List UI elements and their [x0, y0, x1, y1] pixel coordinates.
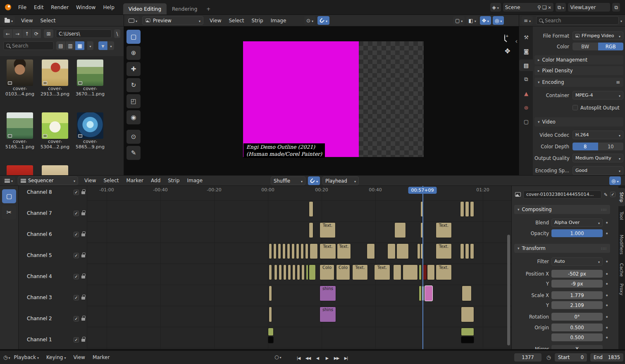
blend-dropdown[interactable]: Alpha Over: [551, 219, 603, 227]
sequencer-strip[interactable]: [283, 264, 286, 280]
strip-name-field[interactable]: cover-01032380144455014...: [523, 190, 601, 199]
scene-tab[interactable]: ▲: [519, 88, 533, 99]
tweak-select-tool[interactable]: ▢: [126, 30, 141, 44]
filter-button[interactable]: [98, 41, 108, 50]
end-frame-field[interactable]: End1835: [590, 353, 623, 362]
origin-x-field[interactable]: 0.500: [551, 324, 603, 331]
menu-help[interactable]: Help: [99, 2, 118, 12]
sequencer-menu-select[interactable]: Select: [100, 176, 123, 186]
position-x-field[interactable]: -502 px: [551, 270, 603, 278]
sequencer-strip[interactable]: Text.: [320, 243, 336, 259]
preview-menu-select[interactable]: Select: [225, 16, 248, 26]
sequencer-strip[interactable]: [305, 243, 308, 259]
status-menu-view[interactable]: View: [69, 352, 88, 362]
file-item[interactable]: [38, 165, 72, 175]
start-frame-field[interactable]: Start0: [555, 353, 587, 362]
collection-tab[interactable]: ▢: [519, 116, 533, 127]
animate-dot[interactable]: [605, 219, 608, 226]
menu-file[interactable]: File: [14, 2, 30, 12]
viewlayer-name-field[interactable]: ViewLayer: [568, 3, 610, 12]
sequencer-strip[interactable]: [309, 264, 316, 280]
sequencer-strip[interactable]: [460, 201, 464, 217]
scale-tool[interactable]: ◰: [126, 94, 141, 108]
video-codec-dropdown[interactable]: H.264: [573, 131, 623, 139]
sequencer-strip[interactable]: [282, 243, 286, 259]
sequencer-strip[interactable]: [425, 285, 433, 301]
container-dropdown[interactable]: MPEG-4: [573, 91, 623, 100]
color-bw-button[interactable]: BW: [573, 43, 598, 50]
editor-type-button[interactable]: [3, 354, 10, 360]
animate-dot[interactable]: [605, 230, 608, 237]
sequencer-strip[interactable]: [301, 243, 304, 259]
transform-tool[interactable]: ◉: [126, 110, 141, 124]
overlays-button[interactable]: ◎: [609, 176, 621, 185]
sequencer-strip[interactable]: [279, 264, 282, 280]
file-browser-menu-view[interactable]: View: [17, 16, 36, 26]
mirror-x-button[interactable]: X: [551, 345, 603, 349]
path-overflow-button[interactable]: \: [114, 29, 120, 38]
properties-search-field[interactable]: [536, 16, 619, 25]
display-channels-button[interactable]: ▢: [453, 16, 465, 25]
drag-grip-icon[interactable]: [601, 207, 607, 212]
channel-lock-icon[interactable]: [81, 276, 85, 278]
thumbnail-view-button[interactable]: ▦: [75, 41, 85, 50]
blade-tool[interactable]: ✂: [2, 205, 16, 219]
viewlayer-browse-button[interactable]: [556, 3, 566, 12]
sequencer-strip[interactable]: [301, 264, 305, 280]
playback-menu[interactable]: Playback: [10, 352, 43, 362]
menu-render[interactable]: Render: [47, 2, 72, 12]
file-item[interactable]: cover-2913...3.png: [38, 59, 72, 97]
menu-window[interactable]: Window: [72, 2, 99, 12]
snapping-button[interactable]: [317, 16, 329, 25]
unlink-scene-icon[interactable]: [548, 5, 551, 10]
auto-keying-toggle[interactable]: [274, 354, 281, 360]
sequencer-strip[interactable]: [462, 285, 472, 301]
preview-menu-image[interactable]: Image: [267, 16, 290, 26]
strip-enable-checkbox[interactable]: [610, 192, 615, 197]
overlap-mode-dropdown[interactable]: Shuffle: [271, 176, 305, 185]
channel-mute-checkbox[interactable]: [74, 316, 79, 321]
sequencer-strip[interactable]: [269, 243, 272, 259]
sequencer-strip[interactable]: [309, 201, 313, 217]
sample-tool[interactable]: ⊙: [126, 130, 141, 144]
preview-menu-strip[interactable]: Strip: [248, 16, 267, 26]
channel-mute-checkbox[interactable]: [74, 232, 79, 237]
sidebar-tab-proxy[interactable]: Proxy: [618, 281, 625, 298]
pivot-point-button[interactable]: [304, 16, 315, 25]
add-workspace-button[interactable]: +: [203, 3, 214, 14]
file-item[interactable]: cover-0103...4.png: [3, 59, 36, 97]
sequencer-strip[interactable]: [387, 243, 396, 259]
encoding-speed-dropdown[interactable]: Good: [573, 166, 623, 175]
sequencer-strip[interactable]: Colo: [336, 264, 350, 280]
new-scene-icon[interactable]: [542, 5, 547, 10]
file-search-input[interactable]: [12, 43, 51, 49]
position-y-field[interactable]: -9 px: [551, 280, 603, 288]
output-quality-dropdown[interactable]: Medium Quality: [573, 154, 623, 162]
sequencer-strip[interactable]: [306, 264, 308, 280]
editor-type-button[interactable]: [126, 16, 139, 25]
channel-lock-icon[interactable]: [81, 255, 85, 257]
current-frame-field[interactable]: 1377: [514, 353, 542, 362]
mask-display-button[interactable]: ◧: [466, 16, 478, 25]
jump-to-start-button[interactable]: |◀: [294, 354, 303, 362]
section-video[interactable]: Video: [534, 117, 623, 126]
animate-dot[interactable]: [605, 281, 608, 287]
channel-mute-checkbox[interactable]: [74, 190, 79, 195]
view-layer-tab[interactable]: ⧉: [519, 74, 533, 85]
sequencer-strip[interactable]: [269, 285, 272, 301]
rotate-tool[interactable]: ↻: [126, 78, 141, 92]
channel-lock-icon[interactable]: [81, 339, 85, 342]
keying-menu[interactable]: Keying: [43, 352, 69, 362]
section-transform[interactable]: Transform: [514, 244, 610, 253]
sequencer-strip[interactable]: Colo: [320, 264, 334, 280]
properties-search-input[interactable]: [545, 18, 616, 24]
previous-frame-button[interactable]: ◀: [313, 354, 322, 362]
menu-edit[interactable]: Edit: [30, 2, 47, 12]
sequencer-strip[interactable]: [287, 243, 290, 259]
channel-lock-icon[interactable]: [81, 191, 85, 194]
sequencer-strip[interactable]: [393, 264, 401, 280]
file-item[interactable]: [3, 165, 36, 175]
snap-to-dropdown[interactable]: Playhead: [322, 176, 359, 185]
channel-mute-checkbox[interactable]: [74, 211, 79, 216]
file-format-dropdown[interactable]: FFmpeg Video: [573, 31, 623, 40]
